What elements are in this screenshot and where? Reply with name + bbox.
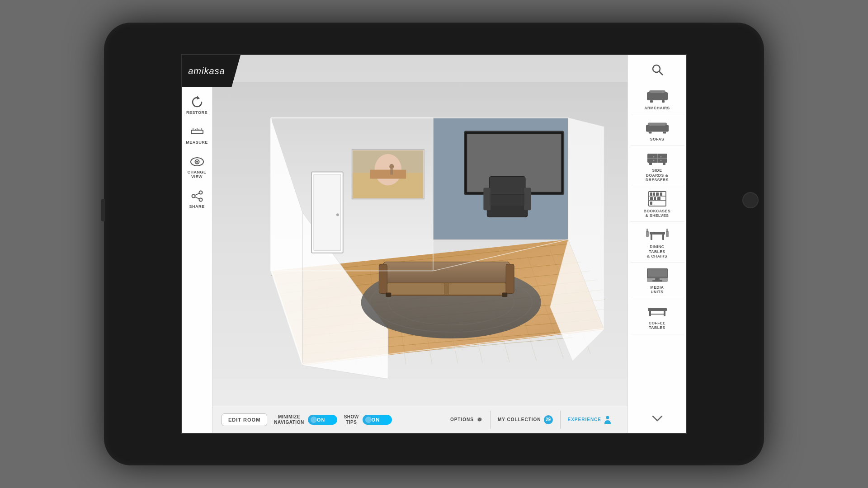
sideboard-icon xyxy=(646,150,669,166)
room-view[interactable] xyxy=(212,55,627,406)
minimize-navigation-label: MINIMIZENAVIGATION xyxy=(274,414,304,425)
right-sidebar: ARMCHAIRS SOFAS xyxy=(627,55,686,433)
experience-label: EXPERIENCE xyxy=(568,417,601,422)
svg-rect-124 xyxy=(650,202,652,205)
sidebar-scroll-down-button[interactable] xyxy=(647,408,667,428)
svg-rect-81 xyxy=(502,292,507,297)
svg-rect-127 xyxy=(662,235,664,240)
experience-button[interactable]: EXPERIENCE xyxy=(561,411,618,429)
svg-rect-77 xyxy=(448,283,506,295)
restore-icon xyxy=(190,95,204,109)
svg-rect-103 xyxy=(648,132,651,134)
svg-point-110 xyxy=(653,160,654,161)
bookcase-icon xyxy=(646,191,669,207)
edit-room-button[interactable]: EDIT ROOM xyxy=(222,413,267,426)
minimize-navigation-toggle[interactable]: ON xyxy=(308,415,337,425)
svg-rect-125 xyxy=(650,232,665,235)
sidebar-item-bookcases[interactable]: BOOKCASES& SHELVES xyxy=(630,186,684,222)
sofas-label: SOFAS xyxy=(650,137,664,141)
svg-point-58 xyxy=(389,164,394,169)
svg-rect-102 xyxy=(665,125,669,131)
minimize-navigation-state: ON xyxy=(317,417,326,422)
sofa-icon xyxy=(646,119,669,135)
svg-point-52 xyxy=(336,213,339,216)
tablet-side-button xyxy=(101,199,105,221)
svg-line-14 xyxy=(195,197,199,198)
my-collection-button[interactable]: MY COLLECTION 29 xyxy=(491,411,561,429)
svg-rect-117 xyxy=(650,192,652,196)
collection-badge: 29 xyxy=(544,415,553,424)
show-tips-label: SHOWTIPS xyxy=(344,414,359,425)
svg-rect-59 xyxy=(390,169,393,175)
collection-count: 29 xyxy=(546,417,551,422)
tablet-home-button[interactable] xyxy=(742,192,759,208)
svg-marker-0 xyxy=(197,96,200,99)
sidebar-item-sofas[interactable]: SOFAS xyxy=(630,114,684,145)
svg-rect-69 xyxy=(489,192,525,206)
svg-rect-80 xyxy=(386,292,391,297)
svg-point-109 xyxy=(660,156,661,158)
svg-rect-140 xyxy=(650,314,665,315)
svg-rect-94 xyxy=(649,90,665,95)
svg-rect-51 xyxy=(314,174,341,251)
sidebar-item-dining[interactable]: DININGTABLES& CHAIRS xyxy=(630,222,684,263)
bottom-toolbar: EDIT ROOM MINIMIZENAVIGATION ON SHOWTIPS… xyxy=(212,406,627,433)
show-tips-toggle[interactable]: ON xyxy=(363,415,392,425)
media-icon xyxy=(646,267,669,283)
svg-point-108 xyxy=(653,156,654,158)
svg-point-10 xyxy=(199,191,202,194)
sidebar-item-media[interactable]: MEDIAUNITS xyxy=(630,263,684,298)
search-button[interactable] xyxy=(647,60,667,80)
svg-rect-136 xyxy=(647,277,668,282)
minimize-navigation-control: MINIMIZENAVIGATION ON xyxy=(274,414,337,425)
svg-point-11 xyxy=(199,198,202,201)
svg-rect-98 xyxy=(662,100,665,103)
sidebar-item-coffee[interactable]: COFFEETABLES xyxy=(630,298,684,334)
collection-label: MY COLLECTION xyxy=(498,417,541,422)
svg-rect-57 xyxy=(370,170,406,179)
sideboards-label: SIDEBOARDS &DRESSERS xyxy=(646,168,669,182)
svg-rect-78 xyxy=(379,264,387,294)
armchairs-label: ARMCHAIRS xyxy=(644,106,670,110)
svg-rect-1 xyxy=(191,130,203,134)
svg-rect-133 xyxy=(648,269,667,277)
svg-line-13 xyxy=(195,193,199,195)
sidebar-item-sideboards[interactable]: SIDEBOARDS &DRESSERS xyxy=(630,145,684,186)
show-tips-state: ON xyxy=(372,417,380,422)
svg-rect-113 xyxy=(663,163,665,165)
svg-rect-112 xyxy=(649,163,652,165)
measure-icon xyxy=(190,125,204,139)
svg-rect-76 xyxy=(387,283,444,295)
svg-rect-104 xyxy=(663,132,666,134)
measure-button[interactable]: MEASURE xyxy=(184,121,211,149)
person-icon xyxy=(604,416,611,424)
svg-rect-100 xyxy=(647,123,666,127)
room-3d-container xyxy=(212,55,627,406)
restore-label: RESTORE xyxy=(186,111,208,115)
svg-rect-66 xyxy=(489,177,525,195)
share-button[interactable]: SHARE xyxy=(184,185,211,213)
svg-point-142 xyxy=(606,416,609,419)
options-label: OPTIONS xyxy=(450,417,474,422)
bottom-right-controls: OPTIONS MY COLLECTION 29 EXPERIENCE xyxy=(443,411,618,429)
gear-icon xyxy=(476,417,483,423)
left-toolbar: RESTORE MEASURE xyxy=(182,55,212,433)
svg-rect-96 xyxy=(664,92,668,100)
sidebar-item-armchairs[interactable]: ARMCHAIRS xyxy=(630,83,684,114)
svg-rect-122 xyxy=(654,197,656,200)
app-header: amikasa xyxy=(182,55,241,87)
svg-rect-95 xyxy=(647,92,651,100)
svg-rect-97 xyxy=(650,100,653,103)
dining-icon xyxy=(646,226,669,243)
svg-rect-101 xyxy=(646,125,650,131)
share-label: SHARE xyxy=(189,205,204,209)
media-label: MEDIAUNITS xyxy=(651,285,664,294)
coffee-label: COFFEETABLES xyxy=(649,321,665,330)
options-button[interactable]: OPTIONS xyxy=(443,411,491,429)
change-view-button[interactable]: CHANGEVIEW xyxy=(184,151,211,183)
svg-rect-131 xyxy=(666,229,668,232)
restore-button[interactable]: RESTORE xyxy=(184,91,211,119)
armchair-icon xyxy=(646,88,669,104)
tablet-frame: amikasa RESTORE xyxy=(104,23,764,465)
app-screen: amikasa RESTORE xyxy=(181,54,687,434)
